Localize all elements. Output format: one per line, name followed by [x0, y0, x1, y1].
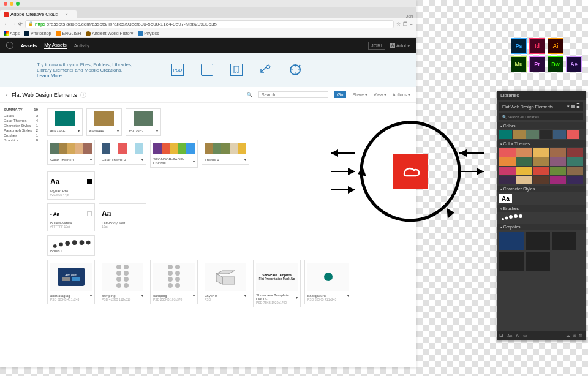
min-btn[interactable]: [10, 2, 13, 6]
graphic-card[interactable]: background▾PSD 820KB 411x243: [304, 260, 352, 304]
panel-theme-swatch[interactable]: [550, 157, 567, 166]
target-icon[interactable]: [289, 64, 301, 76]
close-btn[interactable]: [4, 2, 7, 6]
app-Ps[interactable]: Ps: [511, 38, 527, 54]
panel-theme-swatch[interactable]: [550, 148, 567, 157]
panel-swatch[interactable]: [540, 130, 552, 139]
summary-row[interactable]: Graphics8: [4, 138, 38, 142]
psd-icon[interactable]: PSD: [172, 64, 184, 76]
menu-icon[interactable]: ≡: [410, 21, 413, 27]
reload-icon[interactable]: ⟳: [18, 21, 23, 27]
sec-colors[interactable]: Colors: [497, 122, 586, 129]
add-fx-icon[interactable]: fx: [516, 334, 519, 338]
cloud-icon[interactable]: ☁: [566, 333, 570, 338]
actions-menu[interactable]: Actions ▾: [393, 92, 410, 97]
url-bar[interactable]: 🔒 https://assets.adobe.com/assets/librar…: [25, 20, 394, 28]
panel-swatch[interactable]: [553, 130, 566, 139]
panel-title[interactable]: Libraries: [497, 91, 586, 100]
ext-icon[interactable]: ❐: [403, 21, 407, 27]
app-Dw[interactable]: Dw: [548, 56, 564, 72]
bookmark-icon[interactable]: [230, 64, 243, 76]
theme-card[interactable]: SPONSOR-PAGE-Colorful▾: [150, 140, 198, 168]
graphic-card[interactable]: Showcase TemplateFlat Presentation Mock.…: [253, 260, 301, 307]
folder-icon[interactable]: [201, 64, 213, 76]
graphic-card[interactable]: Layer 0▾PSD: [202, 260, 249, 304]
view-menu[interactable]: View ▾: [374, 92, 386, 97]
bm-ps[interactable]: Photoshop: [24, 31, 51, 36]
browser-tab[interactable]: Adobe Creative Cloud ×: [0, 10, 77, 18]
panel-theme-swatch[interactable]: [550, 176, 567, 184]
cc-logo-icon[interactable]: [6, 42, 13, 49]
bm-eng[interactable]: ENGLISH: [56, 31, 81, 36]
charstyle-card[interactable]: • AaBullets-White#FFFFFF 10pt: [47, 203, 95, 231]
learn-more-link[interactable]: Learn More: [37, 73, 62, 78]
app-Ai[interactable]: Ai: [548, 38, 564, 54]
panel-theme-swatch[interactable]: [516, 148, 533, 157]
panel-swatch[interactable]: [526, 130, 539, 139]
color-card[interactable]: #A68444▾: [86, 108, 122, 136]
add-layer-icon[interactable]: ▭: [523, 333, 527, 338]
panel-theme-swatch[interactable]: [499, 148, 516, 157]
summary-row[interactable]: Colors3: [4, 114, 38, 118]
panel-swatch[interactable]: [567, 130, 579, 139]
close-tab-icon[interactable]: ×: [65, 12, 68, 17]
theme-card[interactable]: Theme 1▾: [202, 140, 249, 165]
fwd-icon[interactable]: →: [11, 21, 16, 27]
graphic-card[interactable]: camping▾PSD 412KB 112x616: [99, 260, 146, 304]
profile-name[interactable]: Jori: [406, 14, 413, 18]
share-menu[interactable]: Share ▾: [352, 92, 368, 97]
panel-search[interactable]: 🔍 Search All Libraries: [499, 113, 583, 120]
panel-theme-swatch[interactable]: [567, 148, 583, 157]
panel-theme-swatch[interactable]: [567, 176, 583, 184]
panel-theme-swatch[interactable]: [533, 167, 549, 175]
back-icon[interactable]: ←: [4, 21, 9, 27]
info-icon[interactable]: i: [80, 92, 86, 98]
panel-theme-swatch[interactable]: [499, 176, 516, 184]
nav-myassets[interactable]: My Assets: [44, 42, 66, 49]
charstyle-card[interactable]: AaLeft-Body Text10pt: [99, 203, 146, 231]
adobe-link[interactable]: 🅰 Adobe: [390, 43, 410, 48]
panel-theme-swatch[interactable]: [567, 157, 583, 166]
tool-icon[interactable]: [260, 64, 272, 76]
p-gfx-2[interactable]: [526, 232, 550, 250]
panel-theme-swatch[interactable]: [533, 176, 549, 184]
sec-graphics[interactable]: Graphics: [497, 224, 586, 230]
summary-row[interactable]: Paragraph Styles2: [4, 129, 38, 132]
app-Mu[interactable]: Mu: [511, 56, 527, 72]
panel-theme-swatch[interactable]: [516, 167, 533, 175]
panel-theme-swatch[interactable]: [516, 176, 533, 184]
summary-row[interactable]: Color Themes4: [4, 119, 38, 122]
app-Id[interactable]: Id: [529, 38, 545, 54]
panel-theme-swatch[interactable]: [533, 157, 549, 166]
panel-theme-swatch[interactable]: [499, 157, 516, 166]
panel-char-prev[interactable]: Aa: [499, 194, 512, 203]
sec-char[interactable]: Character Styles: [497, 186, 586, 192]
max-btn[interactable]: [16, 2, 20, 6]
p-gfx-5[interactable]: [526, 252, 550, 271]
star-icon[interactable]: ☆: [396, 21, 401, 27]
color-card[interactable]: #5C7963▾: [126, 108, 161, 136]
theme-card[interactable]: Color Theme 4▾: [47, 140, 95, 165]
panel-swatch[interactable]: [513, 130, 526, 139]
sec-brush[interactable]: Brushes: [497, 205, 586, 212]
user-badge[interactable]: JORI: [368, 42, 385, 50]
p-gfx-1[interactable]: [499, 232, 524, 250]
summary-row[interactable]: Character Styles1: [4, 124, 38, 127]
back-crumb-icon[interactable]: ‹: [6, 92, 8, 98]
apps-bm[interactable]: Apps: [4, 31, 20, 36]
p-gfx-4[interactable]: [499, 252, 524, 271]
brush-card[interactable]: Brush 1: [47, 235, 95, 256]
panel-theme-swatch[interactable]: [499, 167, 516, 175]
bm-phys[interactable]: Physics: [138, 31, 159, 36]
graphic-card[interactable]: Alert Labelalert diaglog▾PSD 820KB 411x2…: [47, 260, 95, 304]
panel-theme-swatch[interactable]: [567, 167, 583, 175]
p-gfx-3[interactable]: [552, 232, 576, 250]
app-Ae[interactable]: Ae: [566, 56, 582, 72]
panel-brush-prev[interactable]: [499, 213, 583, 222]
search-input[interactable]: [258, 91, 328, 98]
summary-row[interactable]: Brushes1: [4, 133, 38, 137]
library-select[interactable]: Flat Web Design Elements▾ ▦ ≣: [499, 102, 583, 111]
graphic-card[interactable]: camping▾PSD 253KB 103x370: [150, 260, 198, 304]
panel-theme-swatch[interactable]: [516, 157, 533, 166]
add-char-icon[interactable]: Aa: [507, 334, 513, 338]
